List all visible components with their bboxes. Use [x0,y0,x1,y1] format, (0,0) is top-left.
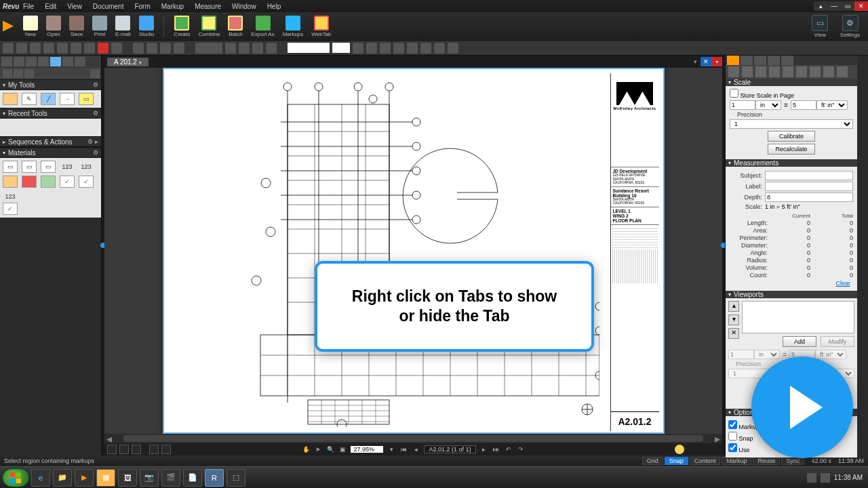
horizontal-scrollbar[interactable]: ◂▸ [104,434,722,443]
mat-tool-4[interactable] [3,176,18,188]
viewport-list[interactable] [742,301,854,333]
window-minimize-icon[interactable]: — [827,1,841,11]
nav-qa-3[interactable] [132,445,141,454]
tb-markups[interactable]: Markups [279,16,308,37]
rtool-8[interactable] [823,66,834,77]
draw-icon-3[interactable] [160,43,171,54]
tb-view[interactable]: ▭View [808,15,832,38]
rtool-9[interactable] [837,66,848,77]
opt-snap[interactable] [728,432,737,441]
draw-icon-2[interactable] [146,43,157,54]
rotate-cw-icon[interactable]: ↷ [517,445,525,453]
clear-link[interactable]: Clear [730,279,853,288]
task-app2[interactable]: 🖼 [118,469,137,487]
right-tab-5[interactable] [781,56,793,65]
right-tab-4[interactable] [768,56,780,65]
copy-icon[interactable] [43,43,54,54]
tray-icon-2[interactable] [821,473,830,483]
mat-tool-2[interactable]: ▭ [22,161,37,173]
font-size-field[interactable] [332,43,350,53]
fit-tool-icon[interactable]: ▣ [338,445,347,453]
right-edge-tabs[interactable] [857,56,868,455]
strike-icon[interactable] [407,43,418,54]
vp-up-icon[interactable]: ▴ [728,301,739,312]
mat-chk-1[interactable] [60,176,75,188]
toggle-grid[interactable]: Grid [642,457,663,465]
select-tool-icon[interactable]: ➤ [314,445,322,453]
menu-document[interactable]: Document [87,3,130,10]
window-close-icon[interactable]: ✕ [854,1,868,11]
recent-tools-header[interactable]: ▾Recent Tools⚙ [0,108,101,119]
menu-file[interactable]: File [18,3,39,10]
viewports-header[interactable]: ▾Viewports [726,291,857,298]
left-tab-3[interactable] [26,57,37,66]
user-badge-icon[interactable] [675,445,684,454]
first-page-icon[interactable]: ⏮ [399,445,408,453]
rtool-2[interactable] [742,66,753,77]
panel-strip-btn-1[interactable] [3,69,12,78]
scale-header[interactable]: ▾Scale [726,79,857,86]
toggle-markup[interactable]: Markup [722,457,751,465]
tool-pen[interactable]: ✎ [22,93,37,105]
mat-tool-6[interactable] [41,176,56,188]
left-tab-2[interactable] [14,57,24,66]
menu-measure[interactable]: Measure [189,3,226,10]
cut-icon[interactable] [30,43,41,54]
toggle-content[interactable]: Content [690,457,721,465]
tool-icon-c[interactable] [111,43,122,54]
right-tab-1[interactable] [727,56,739,65]
menu-window[interactable]: Window [226,3,262,10]
page-canvas[interactable]: McKinley Architects JD Development 123 P… [163,68,665,434]
left-tab-1[interactable] [1,57,12,66]
nav-qa-2[interactable] [119,445,129,454]
tb-combine[interactable]: Combine [194,16,224,37]
panel-strip-btn-2[interactable] [14,69,23,78]
panel-strip-btn-4[interactable] [90,69,100,78]
task-ie[interactable]: e [31,469,50,487]
menu-form[interactable]: Form [129,3,155,10]
italic-icon[interactable] [380,43,391,54]
document-viewport[interactable]: McKinley Architects JD Development 123 P… [104,68,722,434]
zoom-tool-icon[interactable]: 🔍 [326,445,334,453]
menu-view[interactable]: View [62,3,87,10]
tab-dropdown-icon[interactable]: ▾ [690,57,701,66]
vp-del-icon[interactable]: ✕ [728,328,739,339]
align-center-icon[interactable] [239,43,250,54]
tool-note[interactable]: ▭ [79,93,94,105]
page-field[interactable]: A2.01.2 (1 of 1) [424,445,475,453]
mat-tool-5[interactable] [22,176,37,188]
line-weight-picker[interactable] [195,43,222,54]
scale-left-value[interactable] [730,100,755,110]
play-overlay-button[interactable] [751,357,853,458]
last-page-icon[interactable]: ⏭ [492,445,500,453]
task-media[interactable]: ▶ [75,469,94,487]
subject-field[interactable] [765,171,853,180]
rtool-3[interactable] [755,66,766,77]
left-tab-7[interactable] [75,57,85,66]
scale-right-unit[interactable]: ft' in" [816,100,848,110]
panel-strip-btn-3[interactable] [24,69,34,78]
vp-add-button[interactable]: Add [783,336,816,347]
rtool-6[interactable] [796,66,807,77]
underline-icon[interactable] [393,43,404,54]
opt-markup[interactable] [728,420,737,429]
flag-icon[interactable] [98,43,108,54]
tb-open[interactable]: Open [42,16,65,37]
text-align-1-icon[interactable] [420,43,431,54]
tool-arrow[interactable]: → [60,93,75,105]
document-tab[interactable]: A 201.2 ▾ [107,58,149,66]
task-explorer[interactable]: 📁 [53,469,72,487]
nav-qa-4[interactable] [149,445,159,454]
font-family-field[interactable] [288,43,330,53]
tool-icon-a[interactable] [71,43,81,54]
precision-select[interactable]: 1 [730,119,853,129]
task-app4[interactable]: 🎬 [161,469,180,487]
tb-create[interactable]: Create [170,16,194,37]
task-revu[interactable]: R [205,469,224,487]
draw-icon-4[interactable] [174,43,184,54]
mat-chk-2[interactable] [79,176,94,188]
toggle-snap[interactable]: Snap [665,457,688,465]
mat-tool-3[interactable]: ▭ [41,161,56,173]
tb-new[interactable]: New [19,16,42,37]
rtool-4[interactable] [769,66,780,77]
